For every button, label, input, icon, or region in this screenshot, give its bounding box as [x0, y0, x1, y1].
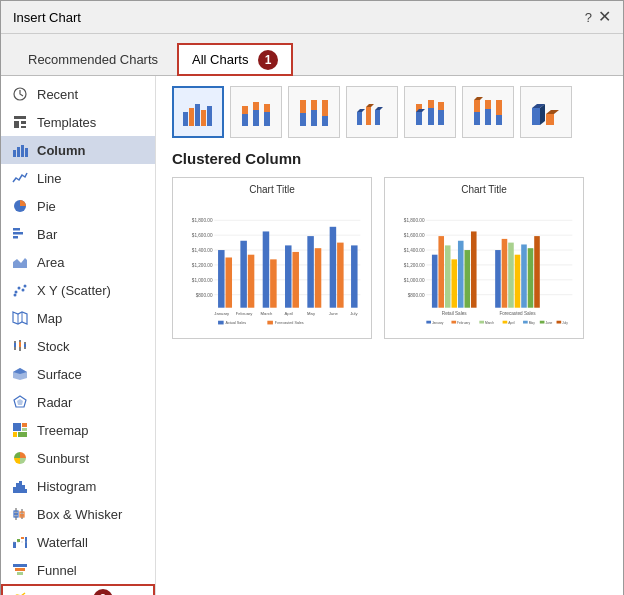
chart-icon-3d-stacked-column[interactable]: [404, 86, 456, 138]
svg-rect-117: [248, 255, 255, 308]
sidebar-item-templates[interactable]: Templates: [1, 108, 155, 136]
svg-rect-86: [428, 108, 434, 125]
pie-icon: [11, 197, 29, 215]
area-icon: [11, 253, 29, 271]
svg-text:February: February: [236, 311, 254, 316]
svg-rect-27: [24, 344, 26, 347]
chart-icon-3d-column[interactable]: [520, 86, 572, 138]
sidebar-item-line[interactable]: Line: [1, 164, 155, 192]
sidebar-label-treemap: Treemap: [37, 423, 89, 438]
svg-rect-170: [479, 321, 484, 324]
svg-text:April: April: [285, 311, 293, 316]
svg-rect-56: [17, 572, 23, 575]
tab-bar: Recommended Charts All Charts 1: [1, 34, 623, 76]
svg-rect-35: [13, 432, 17, 437]
svg-rect-60: [183, 112, 188, 126]
sidebar-item-histogram[interactable]: Histogram: [1, 472, 155, 500]
sidebar-item-stock[interactable]: Stock: [1, 332, 155, 360]
svg-text:March: March: [261, 311, 273, 316]
sidebar-item-radar[interactable]: Radar: [1, 388, 155, 416]
svg-rect-79: [366, 107, 371, 125]
chart-icon-clustered-column[interactable]: [172, 86, 224, 138]
svg-rect-97: [532, 108, 540, 125]
scatter-icon: [11, 281, 29, 299]
badge-1: 1: [258, 50, 278, 70]
svg-rect-64: [207, 106, 212, 126]
sidebar-label-scatter: X Y (Scatter): [37, 283, 111, 298]
chart-preview-2[interactable]: Chart Title $1,800.00 $1,600.00 $1,400.0…: [384, 177, 584, 339]
svg-text:April: April: [508, 321, 515, 325]
sidebar-item-pie[interactable]: Pie: [1, 192, 155, 220]
sidebar-item-sunburst[interactable]: Sunburst: [1, 444, 155, 472]
svg-rect-72: [300, 100, 306, 113]
svg-rect-114: [218, 250, 225, 308]
chart-icon-100-stacked-column[interactable]: [288, 86, 340, 138]
sidebar-item-combo[interactable]: Combo 2: [1, 584, 155, 595]
sidebar-item-scatter[interactable]: X Y (Scatter): [1, 276, 155, 304]
svg-text:$1,200.00: $1,200.00: [192, 263, 213, 268]
svg-marker-101: [546, 110, 559, 114]
svg-rect-33: [22, 423, 27, 427]
sidebar-label-bar: Bar: [37, 227, 57, 242]
svg-point-15: [18, 287, 21, 290]
chart-icon-stacked-column[interactable]: [230, 86, 282, 138]
svg-rect-91: [474, 100, 480, 112]
sidebar-item-surface[interactable]: Surface: [1, 360, 155, 388]
svg-rect-51: [21, 537, 24, 539]
svg-point-16: [22, 289, 25, 292]
svg-rect-87: [428, 100, 434, 108]
main-panel: Clustered Column Chart Title $1,800.00 $…: [156, 76, 623, 595]
sidebar-item-recent[interactable]: Recent: [1, 80, 155, 108]
chart-previews: Chart Title $1,800.00 $1,600.00 $1,400.0…: [172, 177, 607, 339]
sidebar-label-templates: Templates: [37, 115, 96, 130]
sidebar-item-area[interactable]: Area: [1, 248, 155, 276]
sidebar-item-map[interactable]: Map: [1, 304, 155, 332]
sidebar-item-funnel[interactable]: Funnel: [1, 556, 155, 584]
svg-rect-55: [15, 568, 25, 571]
dialog-title: Insert Chart: [13, 10, 81, 25]
svg-rect-174: [523, 321, 528, 324]
svg-rect-68: [253, 102, 259, 110]
chart-preview-1[interactable]: Chart Title $1,800.00 $1,600.00 $1,400.0…: [172, 177, 372, 339]
chart-title-1: Chart Title: [179, 184, 365, 195]
svg-text:Retail Sales: Retail Sales: [442, 311, 467, 316]
svg-text:Forecasted Sales: Forecasted Sales: [499, 311, 536, 316]
svg-text:$1,000.00: $1,000.00: [192, 278, 213, 283]
svg-text:February: February: [457, 321, 470, 325]
svg-marker-13: [13, 258, 27, 268]
svg-text:$1,000.00: $1,000.00: [404, 278, 425, 283]
sidebar-item-treemap[interactable]: Treemap: [1, 416, 155, 444]
sidebar-item-column[interactable]: Column: [1, 136, 155, 164]
svg-rect-166: [426, 321, 431, 324]
svg-point-18: [14, 294, 17, 297]
main-content: Recent Templates Column Li: [1, 76, 623, 595]
sidebar-item-box-whisker[interactable]: Box & Whisker: [1, 500, 155, 528]
svg-rect-23: [14, 343, 16, 347]
svg-rect-120: [285, 245, 292, 307]
svg-rect-123: [315, 248, 322, 308]
svg-rect-32: [13, 423, 21, 431]
sidebar-item-bar[interactable]: Bar: [1, 220, 155, 248]
svg-text:July: July: [350, 311, 358, 316]
tab-recommended-charts[interactable]: Recommended Charts: [13, 45, 173, 73]
help-icon[interactable]: ?: [585, 10, 592, 25]
svg-rect-41: [22, 485, 25, 493]
svg-rect-152: [445, 245, 451, 307]
svg-rect-70: [264, 104, 270, 112]
svg-marker-31: [17, 399, 23, 405]
close-icon[interactable]: ✕: [598, 9, 611, 25]
chart-icon-3d-100-stacked-column[interactable]: [462, 86, 514, 138]
sidebar-item-waterfall[interactable]: Waterfall: [1, 528, 155, 556]
sunburst-icon: [11, 449, 29, 467]
svg-rect-150: [432, 255, 438, 308]
svg-rect-81: [375, 110, 380, 125]
sidebar-label-combo: Combo: [37, 592, 79, 596]
svg-rect-162: [521, 244, 527, 307]
svg-rect-7: [21, 145, 24, 157]
svg-rect-2: [14, 121, 19, 128]
tab-all-charts[interactable]: All Charts 1: [177, 43, 293, 76]
chart-icon-3d-clustered-column[interactable]: [346, 86, 398, 138]
svg-marker-80: [366, 104, 374, 107]
sidebar: Recent Templates Column Li: [1, 76, 156, 595]
svg-rect-126: [351, 245, 358, 307]
